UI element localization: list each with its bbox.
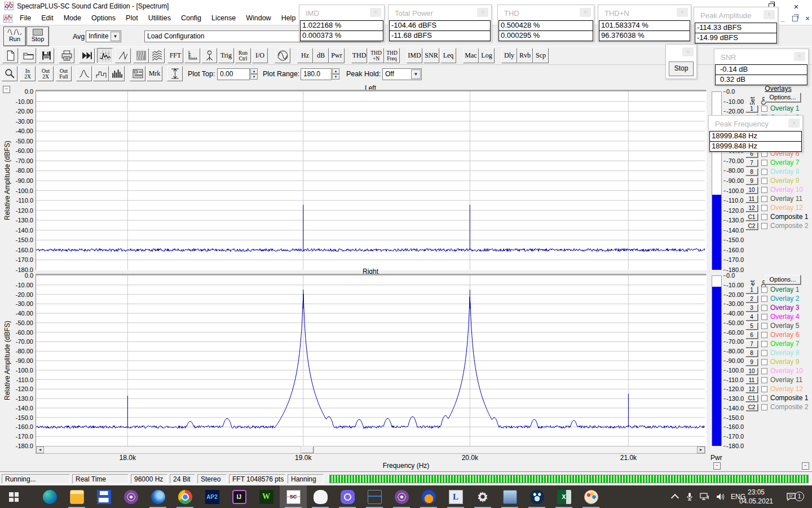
thd-display-button[interactable]: THD (351, 48, 367, 63)
overlay-set-button-9[interactable]: 9 (745, 358, 758, 366)
overlay-on-checkbox-2[interactable] (761, 296, 767, 302)
plot-range-field[interactable]: 180.0 (301, 68, 332, 80)
close-icon[interactable]: x (788, 119, 800, 128)
chevron-down-icon[interactable]: ▼ (111, 32, 120, 41)
zoom-button[interactable] (2, 66, 17, 81)
mdi-minimize-button[interactable]: _ (777, 14, 788, 23)
overlay-on-checkbox-5[interactable] (761, 323, 767, 329)
tray-chevron-icon[interactable] (672, 485, 678, 508)
thdn-panel[interactable]: THD+Nx 101.583374 % 96.376038 % (598, 5, 691, 42)
taskbar-system-monitor[interactable] (361, 485, 388, 508)
signal-generator-button[interactable] (275, 48, 290, 63)
overlay-on-checkbox-1[interactable] (761, 287, 767, 293)
menu-plot[interactable]: Plot (121, 12, 143, 24)
taskbar-floppy-app[interactable] (90, 485, 117, 508)
taskbar-intellij[interactable]: IJ (226, 485, 253, 508)
logging-button[interactable]: Log (479, 48, 495, 63)
overlay-set-button-7[interactable]: 7 (745, 159, 758, 167)
power-display-button[interactable]: Pwr (329, 48, 345, 63)
overlay-on-checkbox-9[interactable] (761, 359, 767, 365)
overlay-set-button-4[interactable]: 4 (745, 313, 758, 321)
thd-freq-display-button[interactable]: THDFreq (384, 48, 400, 63)
plot-range-spinner[interactable]: ▲▼ (332, 68, 339, 80)
overlay-on-checkbox-7[interactable] (761, 341, 767, 347)
scroll-left-icon[interactable]: ◄ (36, 446, 44, 453)
chevron-down-icon[interactable]: ▼ (411, 69, 421, 79)
surface-view-button[interactable] (149, 48, 165, 63)
print-button[interactable] (59, 48, 74, 63)
overlay-on-checkbox-12[interactable] (761, 386, 767, 392)
overlay-on-checkbox-7[interactable] (761, 160, 767, 166)
zoom-in-2x-button[interactable]: In2X (20, 66, 36, 81)
overlay-set-button-8[interactable]: 8 (745, 168, 758, 176)
taskbar-excel[interactable]: X (550, 485, 577, 508)
run-button[interactable]: Run (3, 27, 26, 46)
overlay-on-checkbox-3[interactable] (761, 305, 767, 311)
open-file-button[interactable] (20, 48, 36, 63)
mic-calibration-button[interactable] (201, 48, 217, 63)
horizontal-scrollbar[interactable] (36, 446, 705, 454)
menu-file[interactable]: File (15, 12, 36, 24)
overlay-on-checkbox-10[interactable] (761, 368, 767, 374)
taskbar-vegas[interactable]: W (253, 485, 280, 508)
scroll-right-icon[interactable]: ► (697, 446, 705, 453)
vertical-scale-button[interactable] (167, 66, 183, 81)
mdi-close-button[interactable]: × (802, 14, 812, 23)
save-file-button[interactable] (38, 48, 54, 63)
overlay-on-checkbox-11[interactable] (761, 196, 767, 202)
close-icon[interactable]: x (764, 10, 775, 19)
overlay-on-checkbox-8[interactable] (761, 169, 767, 175)
macro-button[interactable]: Mac (463, 48, 479, 63)
taskbar-settings-gear[interactable] (469, 485, 496, 508)
collapse-button[interactable]: − (802, 462, 809, 470)
taskbar-file-explorer[interactable] (63, 485, 90, 508)
display-options-button[interactable] (130, 66, 145, 81)
taskbar-viber[interactable] (334, 485, 361, 508)
taskbar-foobar2000[interactable] (307, 485, 334, 508)
snr-display-button[interactable]: SNR (423, 48, 439, 63)
snr-panel[interactable]: SNRx -0.14 dB 0.32 dB (714, 49, 809, 86)
tray-speaker-icon[interactable] (716, 485, 725, 508)
overlay-options-button[interactable]: Options... (765, 93, 801, 102)
scope-display-button[interactable]: Scp (533, 48, 549, 63)
floating-stop-button[interactable]: Stop (669, 62, 694, 76)
menu-utilities[interactable]: Utilities (143, 12, 176, 24)
new-file-button[interactable] (2, 48, 18, 63)
tray-network-icon[interactable] (700, 485, 709, 508)
taskbar-audio-headphones[interactable] (415, 485, 442, 508)
fft-settings-button[interactable]: FFT (167, 48, 183, 63)
taskbar-tor-browser[interactable] (117, 485, 144, 508)
stop-toolbar-panel[interactable]: x Stop (665, 44, 697, 79)
mdi-restore-button[interactable] (789, 14, 801, 23)
spectrogram-view-button[interactable] (133, 48, 149, 63)
overlay-set-button-10[interactable]: 10 (745, 186, 758, 194)
overlay-on-checkbox-c2[interactable] (761, 223, 767, 229)
overlay-set-button-c2[interactable]: C2 (745, 222, 758, 230)
close-icon[interactable]: x (677, 8, 688, 17)
start-button[interactable] (0, 485, 27, 508)
taskbar-podcast[interactable] (388, 485, 415, 508)
overlay-set-button-1[interactable]: 1 (745, 286, 758, 294)
menu-help[interactable]: Help (276, 12, 301, 24)
stop-button[interactable]: Stop (27, 27, 49, 46)
collapse-button[interactable]: − (713, 462, 721, 470)
close-icon[interactable]: x (477, 8, 488, 17)
imd-display-button[interactable]: IMD (407, 48, 422, 63)
overlay-set-button-1[interactable]: 1 (745, 105, 758, 112)
peak-amplitude-panel[interactable]: Peak Amplitudex -114.33 dBFS -14.99 dBFS (694, 7, 778, 44)
taskbar-device-manager[interactable] (496, 485, 523, 508)
units-db-button[interactable]: dB (313, 48, 329, 63)
close-icon[interactable]: x (682, 47, 694, 56)
scrollbar-thumb[interactable] (301, 446, 314, 453)
overlay-on-checkbox-11[interactable] (761, 377, 767, 383)
tray-clock[interactable]: 23:05 04.05.2021 (734, 488, 778, 506)
overlay-on-checkbox-4[interactable] (761, 314, 767, 320)
reverb-display-button[interactable]: Rvb (517, 48, 533, 63)
spectrum-view-button[interactable] (97, 48, 113, 63)
overlay-set-button-3[interactable]: 3 (745, 304, 758, 312)
taskbar-paw-app[interactable] (523, 485, 550, 508)
overlay-on-checkbox-c1[interactable] (761, 214, 767, 220)
overlay-set-button-c2[interactable]: C2 (745, 404, 758, 411)
plot-top-spinner[interactable]: ▲▼ (250, 68, 258, 80)
units-hz-button[interactable]: Hz (297, 48, 313, 63)
